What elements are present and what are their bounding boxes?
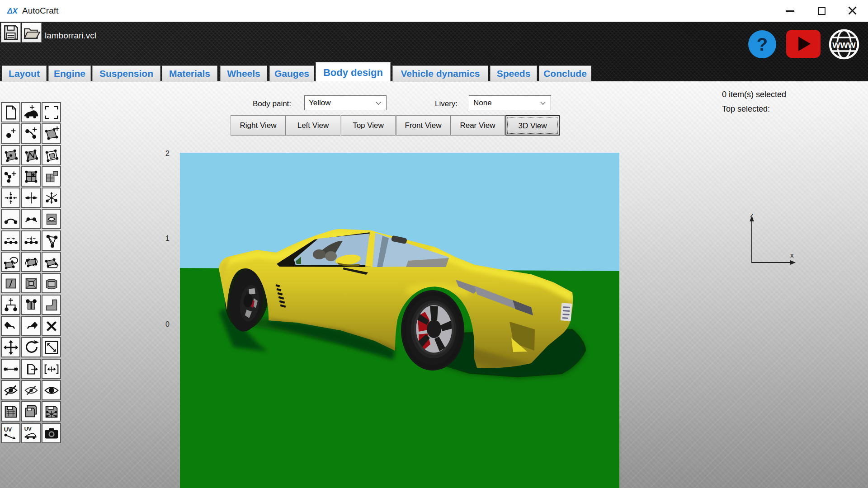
svg-text:www: www: [832, 39, 856, 50]
svg-text:x: x: [790, 251, 794, 259]
svg-text:UV: UV: [4, 427, 12, 433]
svg-text:UV: UV: [24, 426, 31, 432]
